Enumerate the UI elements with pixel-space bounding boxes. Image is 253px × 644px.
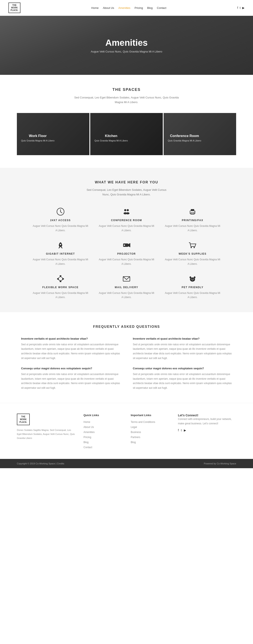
logo[interactable]: THE WORK PLACE. <box>8 2 20 13</box>
space-card-workfloor-title: Work Floor <box>21 134 54 138</box>
svg-line-23 <box>58 280 60 281</box>
footer-connect-heading: Let's Connect! <box>178 414 236 417</box>
faq-answer-2: Sed ut perspiciatis unde omnis iste natu… <box>21 372 120 390</box>
nav-about[interactable]: About Us <box>103 6 114 10</box>
svg-rect-8 <box>191 209 194 211</box>
nav-pricing[interactable]: Pricing <box>134 6 143 10</box>
feature-pet-desc: Augue Velit Cursus Nunc Quis Gravida Mag… <box>164 291 222 300</box>
footer-link-legal[interactable]: Legal <box>131 426 137 428</box>
svg-point-14 <box>124 244 125 246</box>
spaces-grid: Work Floor Quis Gravida Magna Mi A Liber… <box>17 113 236 155</box>
nav-blog[interactable]: Blog <box>147 6 153 10</box>
feature-workspace: FLEXIBLE WORK SPACE Augue Velit Cursus N… <box>32 274 89 300</box>
svg-point-29 <box>192 279 192 279</box>
space-card-workfloor[interactable]: Work Floor Quis Gravida Magna Mi A Liber… <box>17 113 90 155</box>
svg-point-28 <box>194 276 196 278</box>
youtube-icon[interactable]: ▶ <box>242 6 244 10</box>
footer-link-contact[interactable]: Contact <box>84 446 92 449</box>
feature-printing: PRINTING/FAX Augue Velit Cursus Nunc Qui… <box>164 208 222 232</box>
footer-copyright: Copyright © 2019 Co-Working Space | Cred… <box>17 462 64 465</box>
footer-link-pricing[interactable]: Pricing <box>84 436 91 439</box>
svg-point-6 <box>126 212 130 214</box>
space-card-kitchen-desc: Quis Gravida Magna Mi A Libero <box>94 139 128 143</box>
footer-social: f t ▶ <box>178 428 236 432</box>
footer-importantlinks-heading: Important Links <box>131 414 170 417</box>
footer-connect-desc: Connect with entrepreneurs, build your n… <box>178 417 236 426</box>
footer-quicklinks-heading: Quick Links <box>84 414 122 417</box>
svg-point-10 <box>194 212 195 212</box>
footer-facebook-icon[interactable]: f <box>178 428 179 432</box>
nav-social: f t ▶ <box>237 6 244 10</box>
faq-heading: FREQUENTLY ASKED QUESTIONS <box>17 325 236 329</box>
footer-link-business[interactable]: Business <box>131 431 141 434</box>
footer-brand-col: THE WORK PLACE. Donec Sodales Sagittis M… <box>17 414 75 450</box>
space-card-conference-desc: Quis Gravida Magna Mi A Libero <box>168 139 201 143</box>
hero-content: Amenities Augue Velit Cursus Nunc, Quis … <box>91 38 162 53</box>
footer: THE WORK PLACE. Donec Sodales Sagittis M… <box>0 403 253 468</box>
spaces-heading: THE SPACES <box>17 88 236 92</box>
footer-tagline: Donec Sodales Sagittis Magna. Sed Conseq… <box>17 428 75 440</box>
faq-grid: Inventore veritatis et quasi architecto … <box>21 337 232 390</box>
feature-conference-desc: Augue Velit Cursus Nunc Quis Gravida Mag… <box>98 224 155 232</box>
feature-printing-title: PRINTING/FAX <box>164 219 222 222</box>
faq-question-1: Inventore veritatis et quasi architecto … <box>133 337 232 340</box>
faq-answer-0: Sed ut perspiciatis unde omnis iste natu… <box>21 342 120 360</box>
feature-projector-title: PROJECTOR <box>98 252 155 255</box>
footer-quicklinks-col: Quick Links Home About Us Amenities Pric… <box>84 414 122 450</box>
footer-logo: THE WORK PLACE. <box>17 414 30 425</box>
space-card-kitchen[interactable]: Kitchen Quis Gravida Magna Mi A Libero <box>90 113 163 155</box>
footer-twitter-icon[interactable]: t <box>181 428 182 432</box>
svg-line-24 <box>60 280 63 281</box>
mail-icon <box>122 274 131 283</box>
faq-answer-3: Sed ut perspiciatis unde omnis iste natu… <box>133 372 232 390</box>
feature-mail-title: MAIL DELIVERY <box>98 286 155 289</box>
cart-icon <box>188 241 197 250</box>
footer-link-home[interactable]: Home <box>84 420 90 424</box>
svg-rect-18 <box>57 278 59 280</box>
footer-link-partners[interactable]: Partners <box>131 436 140 439</box>
feature-supplies-title: WEEK'S SUPPLIES <box>164 252 222 255</box>
feature-247access: 24X7 ACCESS Augue Velit Cursus Nunc Quis… <box>32 208 89 232</box>
feature-mail-desc: Augue Velit Cursus Nunc Quis Gravida Mag… <box>98 291 155 300</box>
nav-amenities[interactable]: Amenities <box>118 6 130 10</box>
svg-point-27 <box>190 276 191 278</box>
feature-pet: PET FRIENDLY Augue Velit Cursus Nunc Qui… <box>164 274 222 300</box>
feature-pet-title: PET FRIENDLY <box>164 286 222 289</box>
feature-247access-desc: Augue Velit Cursus Nunc Quis Gravida Mag… <box>32 224 89 232</box>
clock-icon <box>56 208 65 216</box>
footer-link-blog2[interactable]: Blog <box>131 441 136 444</box>
footer-link-blog[interactable]: Blog <box>84 441 88 444</box>
faq-item-3: Consequ untur magni dolores eos voluptat… <box>133 367 232 390</box>
footer-importantlinks-list: Terms and Conditions Legal Business Part… <box>131 420 170 444</box>
feature-247access-title: 24X7 ACCESS <box>32 219 89 222</box>
nav-contact[interactable]: Contact <box>157 6 166 10</box>
svg-marker-13 <box>128 243 130 247</box>
space-card-kitchen-title: Kitchen <box>94 134 128 138</box>
faq-answer-1: Sed ut perspiciatis unde omnis iste natu… <box>133 342 232 360</box>
feature-internet: GIGABIT INTERNET Augue Velit Cursus Nunc… <box>32 241 89 266</box>
facebook-icon[interactable]: f <box>237 6 238 10</box>
space-card-conference[interactable]: Conference Room Quis Gravida Magna Mi A … <box>164 113 236 155</box>
svg-point-15 <box>190 247 192 248</box>
hero-title: Amenities <box>91 38 162 48</box>
faq-question-0: Inventore veritatis et quasi architecto … <box>21 337 120 340</box>
twitter-icon[interactable]: t <box>240 6 240 10</box>
feature-internet-desc: Augue Velit Cursus Nunc Quis Gravida Mag… <box>32 258 89 266</box>
footer-powered: Powered by Co-Working Space <box>204 462 236 465</box>
svg-point-11 <box>60 244 61 245</box>
footer-link-amenities[interactable]: Amenities <box>84 431 95 434</box>
footer-youtube-icon[interactable]: ▶ <box>184 428 186 432</box>
rocket-icon <box>56 241 65 250</box>
faq-item-1: Inventore veritatis et quasi architecto … <box>133 337 232 360</box>
space-card-workfloor-desc: Quis Gravida Magna Mi A Libero <box>21 139 54 143</box>
feature-supplies: WEEK'S SUPPLIES Augue Velit Cursus Nunc … <box>164 241 222 266</box>
nav-links: Home About Us Amenities Pricing Blog Con… <box>91 6 166 10</box>
footer-link-about[interactable]: About Us <box>84 426 94 428</box>
svg-point-31 <box>192 280 193 280</box>
footer-link-terms[interactable]: Terms and Conditions <box>131 420 155 424</box>
nav-home[interactable]: Home <box>91 6 99 10</box>
footer-quicklinks-list: Home About Us Amenities Pricing Blog Con… <box>84 420 122 449</box>
space-card-conference-title: Conference Room <box>168 134 201 138</box>
footer-importantlinks-col: Important Links Terms and Conditions Leg… <box>131 414 170 450</box>
feature-projector-desc: Augue Velit Cursus Nunc Quis Gravida Mag… <box>98 258 155 266</box>
